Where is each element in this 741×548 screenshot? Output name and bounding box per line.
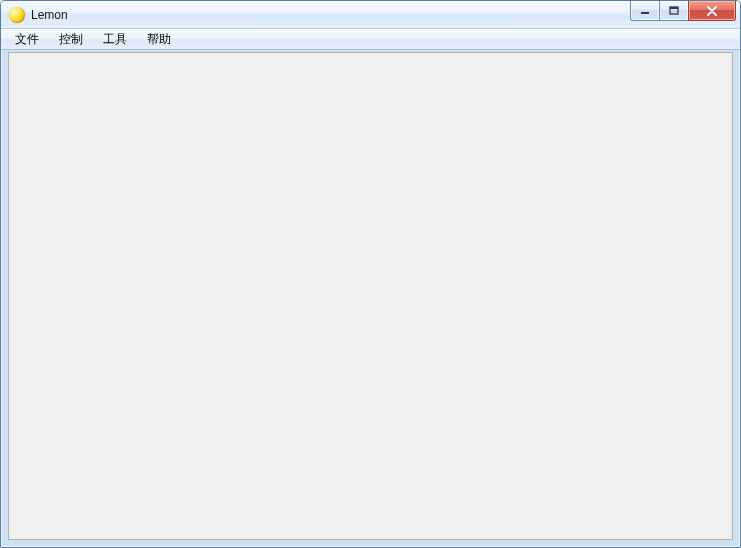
menu-tools[interactable]: 工具: [93, 30, 137, 49]
window-title: Lemon: [31, 1, 68, 29]
maximize-icon: [669, 6, 679, 16]
close-button[interactable]: [688, 1, 736, 21]
lemon-icon: [9, 7, 25, 23]
svg-rect-0: [641, 12, 649, 14]
title-bar[interactable]: Lemon: [1, 1, 740, 29]
menu-file[interactable]: 文件: [5, 30, 49, 49]
minimize-icon: [640, 6, 650, 16]
app-window: Lemon: [0, 0, 741, 548]
svg-rect-2: [670, 7, 678, 9]
minimize-button[interactable]: [630, 1, 660, 21]
menu-bar: 文件 控制 工具 帮助: [1, 29, 740, 50]
menu-help[interactable]: 帮助: [137, 30, 181, 49]
maximize-button[interactable]: [659, 1, 689, 21]
client-area: [8, 52, 733, 540]
menu-control[interactable]: 控制: [49, 30, 93, 49]
close-icon: [706, 6, 718, 16]
